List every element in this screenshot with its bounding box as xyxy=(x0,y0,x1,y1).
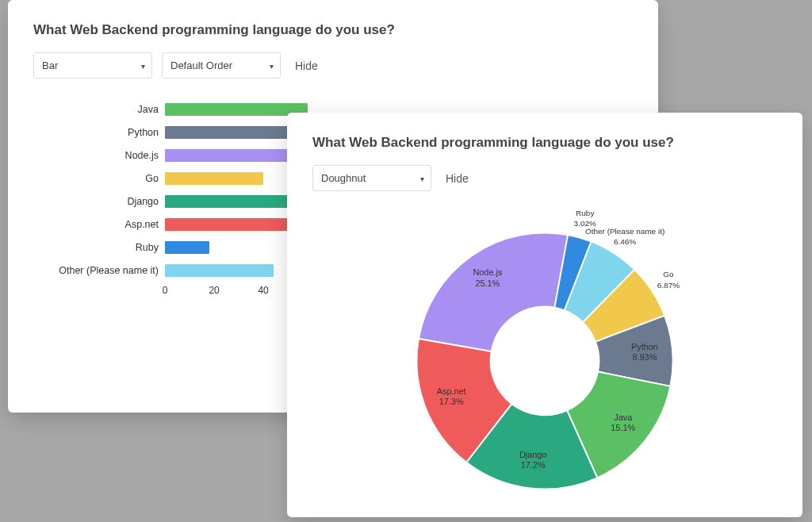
slice-label-pct: 17.3% xyxy=(439,397,464,406)
slice-label-name: Java xyxy=(614,413,633,422)
slice-label-name: Go xyxy=(663,270,674,278)
hide-link-doughnut[interactable]: Hide xyxy=(446,172,469,185)
doughnut-controls: Doughnut ▾ Hide xyxy=(312,165,777,191)
slice-label-name: Python xyxy=(631,342,658,351)
hide-link-bar[interactable]: Hide xyxy=(295,59,318,72)
bar-row: Go xyxy=(54,167,308,190)
bar-label: Node.js xyxy=(54,150,165,161)
bar-fill xyxy=(165,195,308,208)
slice-label-name: Django xyxy=(519,450,547,459)
bar-label: Asp.net xyxy=(54,219,165,230)
bar-label: Go xyxy=(54,173,165,184)
bar-row: Ruby xyxy=(54,236,308,259)
doughnut-card-title: What Web Backend programming language do… xyxy=(312,135,777,151)
bar-fill xyxy=(165,126,308,139)
order-select[interactable]: Default Order ▾ xyxy=(162,52,281,79)
slice-label-name: Other (Please name it) xyxy=(585,227,665,236)
slice-label-pct: 15.1% xyxy=(611,423,635,432)
bar-fill xyxy=(165,103,308,116)
axis-tick: 20 xyxy=(209,285,219,296)
slice-label-name: Asp.net xyxy=(437,386,466,396)
order-value: Default Order xyxy=(170,59,232,71)
chart-type-select-doughnut[interactable]: Doughnut ▾ xyxy=(312,165,431,191)
bar-row: Django xyxy=(54,190,308,213)
bar-fill xyxy=(165,172,263,185)
bar-row: Java xyxy=(54,98,308,121)
bar-row: Asp.net xyxy=(54,213,308,236)
slice-label-pct: 25.1% xyxy=(475,278,500,288)
x-axis: 02040 xyxy=(165,285,308,297)
doughnut-slice xyxy=(419,232,568,351)
card-doughnut-chart: What Web Backend programming language do… xyxy=(287,113,802,517)
chevron-down-icon: ▾ xyxy=(270,61,274,70)
bar-card-title: What Web Backend programming language do… xyxy=(33,22,633,38)
slice-label-name: Node.js xyxy=(473,267,503,277)
bar-row: Python xyxy=(54,121,308,144)
axis-tick: 40 xyxy=(258,285,268,296)
bar-controls: Bar ▾ Default Order ▾ Hide xyxy=(33,52,633,79)
bar-row: Other (Please name it) xyxy=(54,259,308,282)
bar-label: Django xyxy=(54,196,165,207)
slice-label-pct: 6.46% xyxy=(614,237,636,246)
bar-label: Python xyxy=(54,127,165,138)
bar-label: Ruby xyxy=(54,242,165,253)
chevron-down-icon: ▾ xyxy=(420,174,424,182)
slice-label-pct: 6.87% xyxy=(657,281,680,290)
bar-row: Node.js xyxy=(54,144,308,167)
bar-label: Other (Please name it) xyxy=(54,265,165,276)
slice-label-pct: 17.2% xyxy=(521,460,546,470)
bar-fill xyxy=(165,241,209,254)
chevron-down-icon: ▾ xyxy=(141,61,145,70)
doughnut-chart: Node.js25.1%Ruby3.02%Other (Please name … xyxy=(394,210,695,512)
bar-fill xyxy=(165,218,308,231)
chart-type-value-d: Doughnut xyxy=(321,172,366,184)
bar-fill xyxy=(165,149,308,162)
bar-fill xyxy=(165,264,274,277)
bar-label: Java xyxy=(54,104,165,115)
slice-label-name: Ruby xyxy=(576,209,594,217)
bar-chart: JavaPythonNode.jsGoDjangoAsp.netRubyOthe… xyxy=(54,98,308,297)
slice-label-pct: 8.93% xyxy=(632,352,657,362)
axis-tick: 0 xyxy=(163,285,168,296)
chart-type-value: Bar xyxy=(42,59,58,71)
chart-type-select-bar[interactable]: Bar ▾ xyxy=(33,52,152,79)
